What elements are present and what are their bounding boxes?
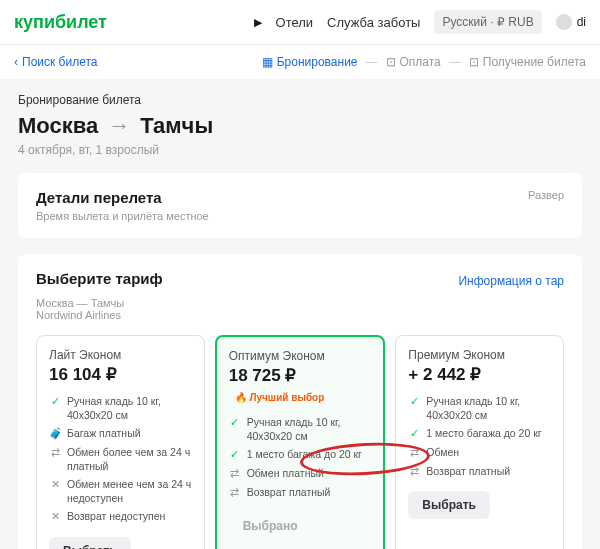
- tarif-name: Оптимум Эконом: [229, 349, 372, 363]
- feature-icon: ✓: [408, 395, 420, 409]
- back-link[interactable]: ‹ Поиск билета: [14, 55, 97, 69]
- logo[interactable]: купибилет: [14, 12, 107, 33]
- feature-icon: ⇄: [49, 446, 61, 460]
- tarif-name: Премиум Эконом: [408, 348, 551, 362]
- best-badge: 🔥 Лучший выбор: [235, 392, 325, 403]
- feature-icon: 🧳: [49, 427, 61, 441]
- tarif-feature: ✓1 место багажа до 20 кг: [408, 427, 551, 441]
- tarif-card: Выберите тариф Информация о тар Москва —…: [18, 254, 582, 549]
- tarif-feature: ✓Ручная кладь 10 кг, 40х30х20 см: [408, 395, 551, 422]
- arrow-icon: →: [108, 113, 130, 139]
- tarif-option[interactable]: Лайт Эконом16 104 ₽✓Ручная кладь 10 кг, …: [36, 335, 205, 549]
- step-booking[interactable]: ▦ Бронирование: [262, 55, 358, 69]
- tarif-feature: ⇄Обмен платный: [229, 467, 372, 481]
- tarif-feature: ⇄Возврат платный: [229, 486, 372, 500]
- carrier-info: Москва — Тамчы Nordwind Airlines: [36, 297, 564, 321]
- feature-icon: ✓: [229, 416, 241, 430]
- play-icon[interactable]: ▶: [254, 16, 262, 29]
- feature-icon: ✓: [408, 427, 420, 441]
- feature-icon: ✕: [49, 510, 61, 524]
- tarif-price: + 2 442 ₽: [408, 364, 551, 385]
- tarif-feature: ⇄Обмен: [408, 446, 551, 460]
- breadcrumb: Бронирование билета: [18, 93, 582, 107]
- tarif-feature: 🧳Багаж платный: [49, 427, 192, 441]
- select-button[interactable]: Выбрать: [49, 537, 131, 549]
- tarif-option[interactable]: Премиум Эконом+ 2 442 ₽✓Ручная кладь 10 …: [395, 335, 564, 549]
- feature-icon: ✓: [49, 395, 61, 409]
- tarif-feature: ⇄Возврат платный: [408, 465, 551, 479]
- lang-selector[interactable]: Русский · ₽ RUB: [434, 10, 541, 34]
- details-title: Детали перелета: [36, 189, 564, 206]
- nav-hotels[interactable]: Отели: [276, 15, 314, 30]
- feature-icon: ⇄: [408, 465, 420, 479]
- tarif-option[interactable]: Оптимум Эконом18 725 ₽🔥 Лучший выбор✓Руч…: [215, 335, 386, 549]
- user-icon: [556, 14, 572, 30]
- details-subtitle: Время вылета и прилёта местное: [36, 210, 564, 222]
- feature-icon: ⇄: [229, 486, 241, 500]
- select-button: Выбрано: [229, 512, 312, 540]
- tarif-feature: ⇄Обмен более чем за 24 ч платный: [49, 446, 192, 473]
- route-details: 4 октября, вт, 1 взрослый: [18, 143, 582, 157]
- select-button[interactable]: Выбрать: [408, 491, 490, 519]
- tarif-feature: ✕Возврат недоступен: [49, 510, 192, 524]
- tarif-price: 16 104 ₽: [49, 364, 192, 385]
- tarif-feature: ✓Ручная кладь 10 кг, 40х30х20 см: [229, 416, 372, 443]
- tarif-title: Выберите тариф: [36, 270, 163, 287]
- tarif-feature: ✓1 место багажа до 20 кг: [229, 448, 372, 462]
- tarif-price: 18 725 ₽🔥 Лучший выбор: [229, 365, 372, 406]
- feature-icon: ✕: [49, 478, 61, 492]
- flight-details-card: Развер Детали перелета Время вылета и пр…: [18, 173, 582, 238]
- nav-support[interactable]: Служба заботы: [327, 15, 420, 30]
- expand-button[interactable]: Развер: [528, 189, 564, 201]
- step-payment[interactable]: ⊡ Оплата: [386, 55, 441, 69]
- feature-icon: ⇄: [229, 467, 241, 481]
- step-receive[interactable]: ⊡ Получение билета: [469, 55, 586, 69]
- user-menu[interactable]: di: [556, 14, 586, 30]
- tarif-feature: ✕Обмен менее чем за 24 ч недоступен: [49, 478, 192, 505]
- feature-icon: ⇄: [408, 446, 420, 460]
- tarif-feature: ✓Ручная кладь 10 кг, 40х30х20 см: [49, 395, 192, 422]
- feature-icon: ✓: [229, 448, 241, 462]
- tarif-info-link[interactable]: Информация о тар: [458, 274, 564, 288]
- tarif-name: Лайт Эконом: [49, 348, 192, 362]
- route-title: Москва→Тамчы: [18, 113, 582, 139]
